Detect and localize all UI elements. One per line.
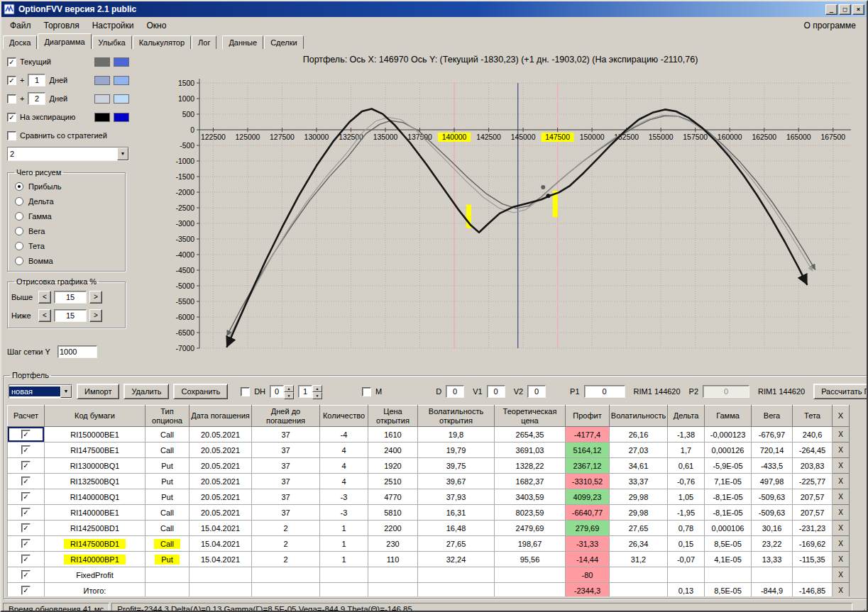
- row-calc-checkbox[interactable]: ✓: [21, 508, 31, 517]
- row-calc-checkbox[interactable]: ✓: [21, 477, 31, 486]
- dh-spinner-2-input[interactable]: [298, 385, 312, 398]
- import-button[interactable]: Импорт: [77, 384, 119, 399]
- highlighted-value: Call: [154, 539, 180, 549]
- p1-input[interactable]: [584, 385, 625, 398]
- below-percent-input[interactable]: [54, 309, 87, 322]
- strategy-select[interactable]: 2 ▼: [7, 147, 129, 161]
- compare-checkbox[interactable]: [7, 131, 16, 140]
- dh-checkbox[interactable]: [241, 387, 250, 396]
- remove-row-button[interactable]: X: [833, 552, 850, 567]
- p2-input[interactable]: [703, 385, 749, 398]
- radio-profit[interactable]: Прибыль: [11, 179, 123, 194]
- save-button[interactable]: Сохранить: [173, 384, 228, 399]
- plus2-color-swatch-1[interactable]: [94, 94, 110, 104]
- radio-vega[interactable]: Вега: [11, 223, 123, 238]
- row-calc-checkbox[interactable]: ✓: [21, 445, 31, 455]
- row-calc-checkbox[interactable]: ✓: [21, 570, 31, 579]
- chevron-down-icon[interactable]: ▼: [60, 385, 72, 398]
- remove-row-button[interactable]: X: [833, 583, 850, 597]
- plus1-color-swatch-1[interactable]: [94, 76, 110, 85]
- plus2-days-input[interactable]: [28, 92, 45, 105]
- tab-smile[interactable]: Улыбка: [92, 35, 132, 49]
- radio-vomma[interactable]: Вомма: [11, 253, 123, 268]
- remove-row-button[interactable]: X: [833, 458, 850, 474]
- tab-data[interactable]: Данные: [222, 35, 263, 49]
- v2-input[interactable]: [527, 385, 546, 398]
- portfolio-name-select[interactable]: новая ▼: [9, 384, 72, 399]
- decrease-above-button[interactable]: <: [38, 291, 51, 304]
- plus2-color-swatch-2[interactable]: [114, 94, 129, 104]
- resize-grip[interactable]: ◢: [855, 603, 865, 612]
- d-input[interactable]: [446, 385, 464, 398]
- expiration-color-swatch-1[interactable]: [94, 113, 110, 122]
- menu-about[interactable]: О программе: [796, 18, 864, 33]
- title-bar[interactable]: OptionFVV версия 2.1 public _ □ ×: [1, 1, 867, 17]
- expiration-color-swatch-2[interactable]: [114, 113, 129, 122]
- column-header: Профит: [566, 406, 610, 427]
- m-checkbox[interactable]: [362, 387, 371, 396]
- above-percent-input[interactable]: [54, 291, 87, 304]
- x-tick-label: 140000: [442, 133, 467, 141]
- plus1-color-swatch-2[interactable]: [114, 76, 129, 85]
- menu-window[interactable]: Окно: [141, 18, 173, 33]
- chevron-down-icon[interactable]: ▼: [117, 148, 128, 160]
- increase-above-button[interactable]: >: [89, 291, 102, 304]
- radio-theta-icon: [15, 242, 23, 250]
- remove-row-button[interactable]: X: [833, 489, 850, 505]
- v1-input[interactable]: [487, 385, 505, 398]
- row-calc-checkbox[interactable]: ✓: [21, 523, 31, 533]
- current-color-swatch-1[interactable]: [94, 57, 110, 67]
- plus1-checkbox[interactable]: ✓: [7, 76, 16, 85]
- plus2-checkbox[interactable]: [7, 94, 16, 104]
- tab-calculator[interactable]: Калькулятор: [133, 35, 191, 49]
- tab-log[interactable]: Лог: [192, 35, 216, 49]
- tab-trades[interactable]: Сделки: [264, 35, 304, 49]
- menu-settings[interactable]: Настройки: [86, 18, 141, 33]
- radio-delta[interactable]: Дельта: [11, 194, 123, 208]
- row-calc-checkbox[interactable]: ✓: [21, 492, 31, 501]
- row-calc-checkbox[interactable]: ✓: [21, 430, 31, 439]
- cell-gamma: 0,000126: [705, 443, 752, 458]
- calc-cell: ✓: [8, 505, 45, 521]
- current-color-swatch-2[interactable]: [114, 57, 129, 67]
- row-calc-checkbox[interactable]: ✓: [21, 555, 31, 564]
- calc-go-button[interactable]: Рассчитать ГО: [813, 384, 868, 399]
- plus1-days-input[interactable]: [28, 74, 45, 87]
- grid-step-input[interactable]: [57, 345, 97, 358]
- menu-trade[interactable]: Торговля: [38, 18, 86, 33]
- cell-open-price: 1920: [368, 458, 418, 474]
- maximize-button[interactable]: □: [839, 4, 851, 15]
- profit-chart[interactable]: 150010005000-500-1000-1500-2000-2500-300…: [138, 70, 859, 357]
- remove-row-button[interactable]: X: [833, 505, 850, 521]
- remove-row-button[interactable]: X: [833, 443, 850, 458]
- current-checkbox[interactable]: ✓: [7, 57, 16, 67]
- increase-below-button[interactable]: >: [89, 309, 102, 322]
- spin-up-icon[interactable]: ▲: [312, 385, 322, 392]
- close-button[interactable]: ×: [852, 4, 864, 15]
- cell-volatility: 29,98: [610, 489, 668, 505]
- column-header: Волатильность открытия: [418, 406, 495, 427]
- minimize-button[interactable]: _: [825, 4, 837, 15]
- remove-row-button[interactable]: X: [833, 474, 850, 489]
- remove-row-button[interactable]: X: [833, 536, 850, 552]
- row-calc-checkbox[interactable]: ✓: [21, 539, 31, 548]
- remove-row-button[interactable]: X: [833, 567, 850, 583]
- expiration-checkbox[interactable]: ✓: [7, 113, 16, 122]
- spin-down-icon[interactable]: ▼: [284, 392, 294, 399]
- column-header: X: [833, 406, 850, 427]
- tab-board[interactable]: Доска: [3, 35, 37, 49]
- radio-gamma[interactable]: Гамма: [11, 208, 123, 223]
- row-calc-checkbox[interactable]: ✓: [21, 586, 31, 595]
- cell-delta: 0,15: [668, 536, 705, 552]
- remove-row-button[interactable]: X: [833, 427, 850, 443]
- remove-row-button[interactable]: X: [833, 521, 850, 536]
- menu-file[interactable]: Файл: [4, 18, 38, 33]
- spin-up-icon[interactable]: ▲: [284, 385, 294, 392]
- spin-down-icon[interactable]: ▼: [312, 392, 322, 399]
- tab-diagram[interactable]: Диаграмма: [38, 33, 91, 49]
- delete-button[interactable]: Удалить: [123, 384, 169, 399]
- decrease-below-button[interactable]: <: [38, 309, 51, 322]
- row-calc-checkbox[interactable]: ✓: [21, 461, 31, 470]
- radio-theta[interactable]: Тета: [11, 238, 123, 253]
- dh-spinner-1-input[interactable]: [270, 385, 284, 398]
